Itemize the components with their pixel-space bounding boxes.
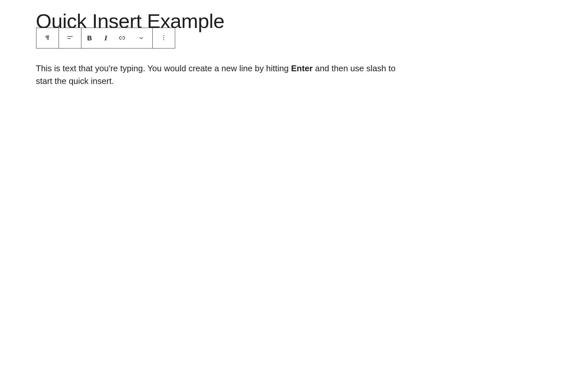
toolbar-group-align — [59, 28, 81, 48]
svg-point-2 — [163, 39, 164, 40]
italic-button[interactable]: I — [98, 28, 114, 48]
paragraph-block-button[interactable] — [36, 28, 59, 48]
bold-button[interactable]: B — [81, 28, 98, 48]
block-toolbar: B I — [36, 28, 175, 48]
align-button[interactable] — [59, 28, 81, 48]
chevron-down-icon — [137, 34, 145, 43]
toolbar-group-formatting: B I — [81, 28, 153, 48]
toolbar-group-block-type — [36, 28, 59, 48]
editor-container: Quick Insert Example B — [0, 0, 573, 88]
svg-point-0 — [163, 35, 164, 36]
link-button[interactable] — [114, 28, 130, 48]
align-left-icon — [66, 34, 74, 43]
bold-icon: B — [87, 34, 92, 42]
more-options-button[interactable] — [153, 28, 175, 48]
paragraph-block[interactable]: This is text that you're typing. You wou… — [36, 62, 410, 88]
pilcrow-icon — [44, 34, 51, 43]
link-icon — [118, 34, 126, 43]
italic-icon: I — [105, 34, 107, 42]
paragraph-text-before: This is text that you're typing. You wou… — [36, 63, 291, 73]
paragraph-bold-word: Enter — [291, 63, 313, 73]
more-vertical-icon — [160, 34, 168, 43]
toolbar-group-more — [153, 28, 175, 48]
svg-point-1 — [163, 37, 164, 38]
more-formatting-button[interactable] — [130, 28, 152, 48]
